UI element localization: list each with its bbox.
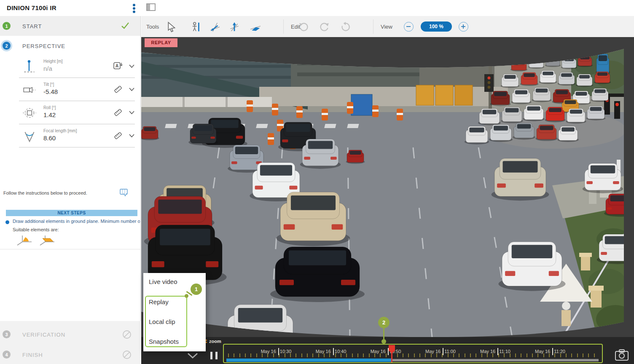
step-number-badge: 1: [3, 22, 11, 30]
timeline-timestamp: May 1611:00: [415, 348, 466, 355]
step-verification[interactable]: 3 VERIFICATION: [0, 324, 141, 345]
disabled-steps-panel: 3 VERIFICATION 4 FINISH: [0, 321, 141, 364]
tilt-icon: [22, 82, 37, 97]
chevron-down-icon[interactable]: [129, 64, 135, 68]
height-icon: [22, 59, 37, 74]
redo-icon[interactable]: [319, 21, 330, 32]
panel-toggle-icon[interactable]: [146, 3, 156, 11]
check-icon: [121, 22, 129, 29]
suitable-elements-label: Suitable elements are:: [13, 227, 59, 232]
camera-title: DINION 7100i IR: [7, 4, 56, 11]
timeline-track[interactable]: May 1610:30May 1610:40May 1610:50May 161…: [223, 344, 603, 363]
measure-ruler-icon[interactable]: [113, 131, 123, 141]
toolbar-divider: [283, 19, 284, 34]
recorded-range-bar: [226, 359, 392, 362]
calibration-sidebar: 1 START 2 PERSPECTIVE Height [m] n/a A: [0, 16, 141, 364]
video-canvas[interactable]: REPLAY: [141, 37, 634, 337]
view-label: View: [381, 24, 392, 30]
blocked-icon: [122, 330, 132, 339]
zoom-in-button[interactable]: [459, 22, 468, 32]
app-window: DINION 7100i IR 1 START 2 PERSPECTIVE He…: [0, 0, 634, 364]
tilt-value[interactable]: -5.48: [43, 88, 58, 95]
ground-plane-tool-icon[interactable]: [250, 21, 261, 32]
focal-length-field: Focal length [mm] 8.60: [0, 124, 141, 147]
traffic-video-frame: [141, 37, 634, 337]
step-number-badge: 4: [3, 351, 11, 359]
vertical-line-tool-icon[interactable]: [229, 21, 240, 32]
video-source-menu: Live video Replay Local clip Snapshots 1: [143, 273, 206, 351]
snapshot-camera-button[interactable]: [614, 349, 629, 361]
replay-mode-badge: REPLAY: [145, 38, 177, 47]
ground-angle-icon: [16, 234, 33, 246]
timeline-timestamp: May 1610:50: [360, 348, 411, 355]
timeline-bar: zoom May 1610:30May 1610:40May 1610:50Ma…: [141, 337, 634, 364]
kebab-menu-icon[interactable]: [131, 3, 137, 14]
roll-field: Roll [°] 1.42: [0, 101, 141, 124]
focal-length-icon: [22, 128, 37, 144]
measure-ruler-icon[interactable]: [113, 84, 123, 94]
callout-2-anchor-dot: [381, 339, 386, 344]
unplayed-range-bar: [392, 359, 599, 361]
map-notes-icon[interactable]: [119, 188, 129, 197]
ground-plane-element-icon: [39, 234, 56, 246]
cursor-tool-icon[interactable]: [167, 21, 177, 32]
pause-button[interactable]: [210, 352, 218, 359]
timeline-timestamp: May 1611:20: [525, 348, 575, 355]
video-toolbar: Tools Edit: [141, 16, 634, 37]
timeline-timestamp: May 1611:10: [470, 348, 521, 355]
step-start[interactable]: 1 START: [0, 16, 140, 36]
measure-ruler-icon[interactable]: [113, 107, 123, 118]
reset-icon[interactable]: [340, 21, 351, 32]
step-number-badge: 2: [3, 42, 11, 50]
toolbar-divider: [373, 19, 373, 34]
svg-text:A: A: [116, 63, 119, 68]
roll-icon: [22, 105, 37, 120]
title-bar: DINION 7100i IR: [0, 0, 634, 16]
chevron-down-icon[interactable]: [129, 87, 135, 91]
bullet-icon: [5, 220, 9, 224]
tilt-field: Tilt [°] -5.48: [0, 78, 141, 101]
playhead-stem: [391, 352, 392, 362]
step-perspective[interactable]: 2 PERSPECTIVE: [0, 38, 140, 53]
callout-1-highlight-box: [145, 296, 187, 347]
ground-line-tool-icon[interactable]: [210, 21, 220, 32]
person-height-tool-icon[interactable]: [191, 21, 202, 32]
zoom-level-badge[interactable]: 100 %: [421, 21, 452, 32]
callout-2-badge: 2: [378, 317, 390, 328]
timeline-timestamp: May 1610:40: [306, 348, 356, 355]
suitable-element-icons: [16, 234, 56, 246]
next-step-item: Draw additional elements in ground plane…: [13, 219, 140, 224]
undo-icon[interactable]: [298, 21, 309, 32]
tools-label: Tools: [146, 24, 159, 30]
blocked-icon: [122, 350, 132, 359]
zoom-out-button[interactable]: [404, 22, 414, 32]
callout-1-anchor-dot: [185, 294, 188, 298]
menu-item-live-video[interactable]: Live video: [149, 278, 177, 285]
roll-value[interactable]: 1.42: [43, 111, 56, 118]
menu-collapse-chevron-icon[interactable]: [187, 352, 199, 359]
step-number-badge: 3: [3, 330, 11, 338]
height-field: Height [m] n/a A: [0, 55, 141, 78]
step-finish[interactable]: 4 FINISH: [0, 345, 141, 364]
timeline-timestamp: May 1610:30: [251, 348, 301, 355]
callout-1-badge: 1: [191, 284, 202, 295]
focal-length-value[interactable]: 8.60: [43, 134, 56, 142]
divider: [0, 249, 141, 249]
next-steps-banner: NEXT STEPS: [6, 210, 137, 216]
height-value[interactable]: n/a: [43, 65, 52, 72]
auto-mode-icon[interactable]: A: [113, 61, 123, 71]
chevron-down-icon[interactable]: [129, 110, 135, 115]
callout-2-connector: [383, 328, 384, 340]
instructions-text: Follow the instructions below to proceed…: [3, 190, 87, 195]
chevron-down-icon[interactable]: [129, 134, 135, 138]
